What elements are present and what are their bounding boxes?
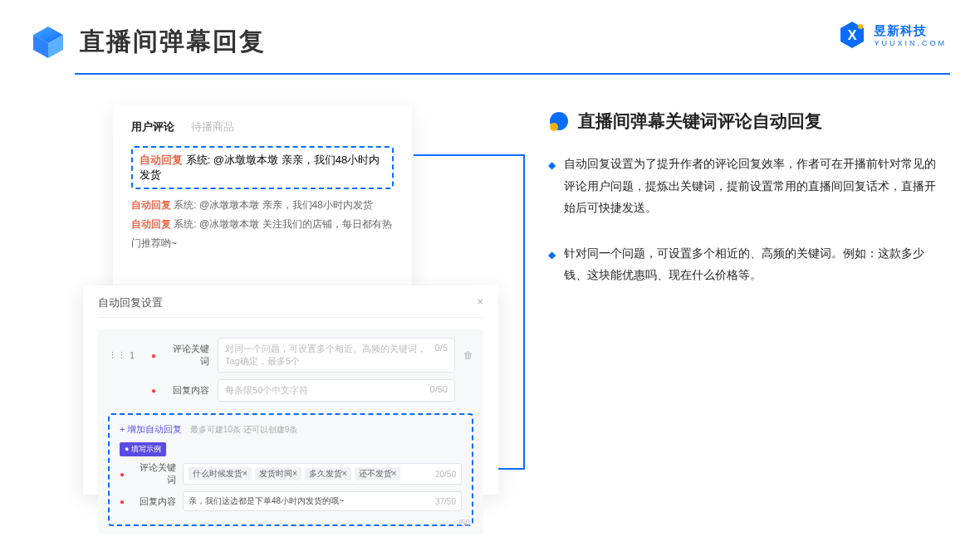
brand-name-en: YUUXIN.COM [874,39,947,47]
svg-point-4 [858,24,863,29]
example-content-label: 回复内容 [131,495,176,508]
side-count: /50 [458,519,470,528]
diamond-bullet-icon: ◆ [548,156,556,219]
drag-handle-icon[interactable]: ⋮⋮ [108,350,121,361]
bullet-text-1: 自动回复设置为了提升作者的评论回复效率，作者可在开播前针对常见的评论用户问题，提… [564,153,947,219]
bullet-text-2: 针对同一个问题，可设置多个相近的、高频的关键词。例如：这款多少钱、这块能优惠吗、… [564,242,947,286]
tab-pending-products[interactable]: 待播商品 [191,119,234,134]
connector-line [523,154,525,470]
example-keyword-count: 20/50 [435,470,456,479]
example-content-count: 37/50 [435,497,456,506]
auto-reply-tag: 自动回复 [131,199,171,211]
add-auto-reply-link[interactable]: + 增加自动回复 [120,424,182,434]
keyword-placeholder: 对同一个问题，可设置多个相近、高频的关键词，Tag确定，最多5个 [225,343,435,368]
keyword-chip[interactable]: 还不发货× [355,467,401,480]
comment-row: 自动回复 系统: @冰墩墩本墩 关注我们的店铺，每日都有热门推荐哟~ [131,215,394,253]
example-content-value: 亲，我们这边都是下单48小时内发货的哦~ [189,495,344,507]
comment-text: @冰墩墩本墩 关注我们的店铺，每日都有热门推荐哟~ [131,218,392,249]
tab-user-comments[interactable]: 用户评论 [131,119,174,134]
keyword-label: 评论关键词 [164,343,209,368]
close-icon[interactable]: × [477,295,483,310]
diamond-bullet-icon: ◆ [548,246,556,286]
content-input[interactable]: 每条限50个中文字符 0/50 [218,379,455,402]
required-dot: ● [151,386,156,395]
brand-name-cn: 昱新科技 [874,23,947,39]
svg-text:X: X [848,28,857,42]
required-dot: ● [120,470,125,479]
highlighted-comment: 自动回复 系统: @冰墩墩本墩 亲亲，我们48小时内发货 [131,146,394,189]
comment-text: @冰墩墩本墩 亲亲，我们48小时内发货 [199,199,373,211]
brand-block: X 昱新科技 YUUXIN.COM [837,20,947,50]
example-tag: ● 填写示例 [120,442,166,456]
keyword-input[interactable]: 对同一个问题，可设置多个相近、高频的关键词，Tag确定，最多5个 0/5 [218,338,455,373]
cube-logo-icon [30,23,66,60]
required-dot: ● [120,497,125,506]
explanation-panel: 直播间弹幕关键词评论自动回复 ◆ 自动回复设置为了提升作者的评论回复效率，作者可… [548,105,947,511]
section-icon [548,110,570,132]
auto-reply-tag: 自动回复 [131,218,171,230]
keyword-chip[interactable]: 多久发货× [305,467,351,480]
required-dot: ● [151,351,156,360]
trash-icon[interactable]: 🗑 [463,349,473,361]
example-keyword-label: 评论关键词 [131,461,176,486]
example-content-input[interactable]: 亲，我们这边都是下单48小时内发货的哦~ 37/50 [183,491,462,511]
content-placeholder: 每条限50个中文字符 [225,384,308,397]
keyword-count: 0/5 [435,343,448,368]
comment-row: 自动回复 系统: @冰墩墩本墩 亲亲，我们48小时内发货 [131,196,394,215]
mock-composite: 用户评论 待播商品 自动回复 系统: @冰墩墩本墩 亲亲，我们48小时内发货 自… [83,105,498,511]
keyword-chip[interactable]: 什么时候发货× [189,467,252,480]
connector-line [414,154,525,156]
connector-line [498,468,525,470]
system-prefix: 系统: [186,154,213,166]
section-heading: 直播间弹幕关键词评论自动回复 [578,110,822,133]
comments-card: 用户评论 待播商品 自动回复 系统: @冰墩墩本墩 亲亲，我们48小时内发货 自… [113,105,412,295]
auto-reply-tag: 自动回复 [140,154,183,166]
add-example-block: + 增加自动回复 最多可建10条 还可以创建9条 ● 填写示例 ● 评论关键词 … [108,413,473,526]
system-prefix: 系统: [174,199,199,211]
page-title: 直播间弹幕回复 [80,25,266,59]
keyword-chip[interactable]: 发货时间× [255,467,301,480]
content-label: 回复内容 [164,384,209,397]
add-hint: 最多可建10条 还可以创建9条 [190,425,297,434]
auto-reply-settings-card: 自动回复设置 × ⋮⋮ 1 ● 评论关键词 对同一个问题，可设置多个相近、高频的… [83,285,498,495]
settings-title: 自动回复设置 [98,295,163,310]
svg-point-6 [550,123,558,131]
row-index: 1 [130,350,143,360]
content-count: 0/50 [430,384,448,397]
example-keyword-input[interactable]: 什么时候发货× 发货时间× 多久发货× 还不发货× 20/50 [183,463,462,485]
system-prefix: 系统: [174,218,199,230]
brand-icon: X [837,20,867,50]
